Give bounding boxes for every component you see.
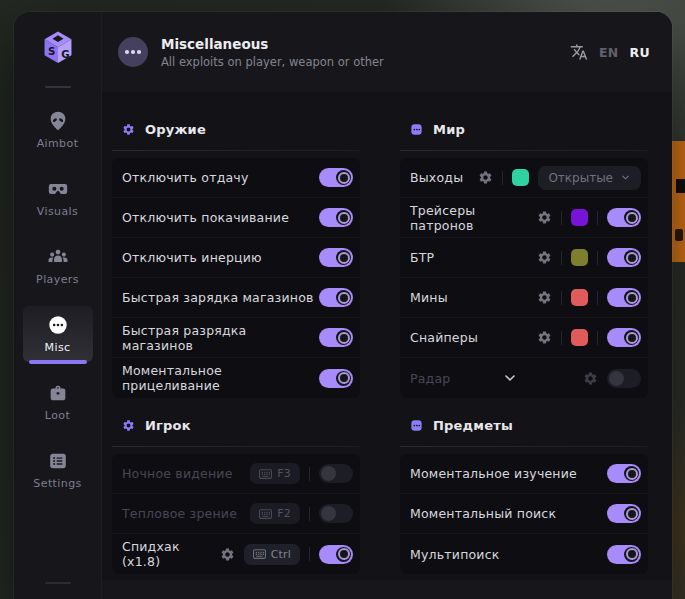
- row-label: Тепловое зрение: [122, 506, 237, 521]
- page-titles: Miscellaneous All exploits on player, we…: [161, 36, 384, 69]
- control-divider: [597, 331, 598, 345]
- gear-icon[interactable]: [583, 371, 598, 386]
- keyboard-icon: [259, 509, 272, 519]
- section-title: Оружие: [145, 122, 206, 137]
- toggle-on[interactable]: [607, 464, 641, 483]
- sidebar-item-label: Players: [36, 273, 79, 286]
- page-subtitle: All exploits on player, weapon or other: [161, 55, 384, 69]
- table-row: Спидхак (x1.8) Ctrl: [112, 534, 360, 574]
- gear-icon[interactable]: [537, 290, 552, 305]
- toggle-on[interactable]: [607, 504, 641, 523]
- row-label: Моментальный поиск: [410, 506, 556, 521]
- row-label: Моментальное изучение: [410, 466, 577, 481]
- translate-icon[interactable]: [570, 43, 588, 61]
- toggle-on[interactable]: [607, 328, 641, 347]
- toggle-on[interactable]: [607, 545, 641, 564]
- toggle-knob: [336, 371, 351, 386]
- exits-dropdown[interactable]: Открытые: [538, 166, 641, 190]
- cheat-menu-window: S G Aimbot Visuals Players Misc: [14, 12, 672, 599]
- logo-letter-s: S: [48, 45, 55, 57]
- settings-list-icon: [47, 450, 69, 472]
- sidebar-item-loot[interactable]: Loot: [23, 374, 93, 430]
- toggle-on[interactable]: [607, 288, 641, 307]
- toggle-on[interactable]: [607, 208, 641, 227]
- hotkey-badge[interactable]: Ctrl: [244, 544, 300, 565]
- sidebar-divider: [45, 86, 71, 88]
- toggle-on[interactable]: [319, 168, 353, 187]
- section-world: Мир Выходы Открытые: [400, 116, 648, 398]
- section-items-header: Предметы: [400, 412, 648, 438]
- background-game-mark: [675, 229, 683, 241]
- color-swatch[interactable]: [512, 169, 529, 186]
- app-logo-cube-icon: S G: [39, 28, 77, 68]
- toggle-knob: [336, 210, 351, 225]
- color-swatch[interactable]: [571, 329, 588, 346]
- sidebar-item-label: Loot: [45, 409, 70, 422]
- sidebar-item-visuals[interactable]: Visuals: [23, 170, 93, 226]
- section-title: Предметы: [433, 418, 513, 433]
- section-divider: [112, 446, 360, 447]
- toggle-on[interactable]: [607, 248, 641, 267]
- control-divider: [561, 211, 562, 225]
- gear-icon[interactable]: [537, 250, 552, 265]
- row-label: Отключить покачивание: [122, 210, 289, 225]
- gear-icon[interactable]: [537, 210, 552, 225]
- content-grid: Оружие Отключить отдачу Отключить покачи…: [102, 92, 672, 574]
- table-row: Трейсеры патронов: [400, 198, 648, 238]
- section-world-rows: Выходы Открытые: [400, 158, 648, 398]
- toggle-on[interactable]: [319, 208, 353, 227]
- section-weapon-rows: Отключить отдачу Отключить покачивание О…: [112, 158, 360, 398]
- page-header: Miscellaneous All exploits on player, we…: [102, 12, 672, 92]
- table-row: Радар: [400, 358, 648, 398]
- row-label: Мультипоиск: [410, 547, 500, 562]
- right-column: Мир Выходы Открытые: [400, 102, 648, 574]
- hotkey-label: Ctrl: [271, 548, 291, 561]
- ellipsis-circle-icon: [47, 314, 69, 336]
- sidebar-item-label: Visuals: [37, 205, 78, 218]
- table-row: Тепловое зрение F2: [112, 494, 360, 534]
- sidebar-bottom-divider: [45, 582, 71, 584]
- table-row: Ночное видение F3: [112, 454, 360, 494]
- lang-en-button[interactable]: EN: [599, 45, 619, 60]
- row-label: Мины: [410, 290, 448, 305]
- sidebar-item-misc[interactable]: Misc: [23, 306, 93, 362]
- page-title: Miscellaneous: [161, 36, 384, 52]
- toggle-on[interactable]: [319, 288, 353, 307]
- toggle-knob: [624, 250, 639, 265]
- hotkey-badge[interactable]: F2: [250, 503, 300, 524]
- sidebar-item-label: Misc: [45, 341, 71, 354]
- gear-icon: [122, 419, 135, 432]
- keyboard-icon: [253, 549, 266, 559]
- toggle-on[interactable]: [319, 328, 353, 347]
- toggle-off[interactable]: [607, 369, 641, 388]
- logo-letter-g: G: [61, 48, 69, 60]
- chevron-down-icon: [620, 172, 631, 183]
- lang-ru-button[interactable]: RU: [630, 45, 650, 60]
- color-swatch[interactable]: [571, 289, 588, 306]
- sidebar-item-settings[interactable]: Settings: [23, 442, 93, 498]
- gear-icon[interactable]: [220, 547, 235, 562]
- toggle-off[interactable]: [319, 464, 353, 483]
- toggle-on[interactable]: [319, 369, 353, 388]
- sidebar-item-label: Settings: [33, 477, 81, 490]
- row-label: Быстрая разрядка магазинов: [122, 323, 319, 353]
- hotkey-label: F3: [277, 467, 291, 480]
- gear-icon[interactable]: [537, 330, 552, 345]
- color-swatch[interactable]: [571, 249, 588, 266]
- table-row: Выходы Открытые: [400, 158, 648, 198]
- row-label: Спидхак (x1.8): [122, 539, 220, 569]
- sidebar-item-aimbot[interactable]: Aimbot: [23, 102, 93, 158]
- chevron-down-icon[interactable]: [502, 370, 518, 386]
- color-swatch[interactable]: [571, 209, 588, 226]
- gear-icon[interactable]: [478, 170, 493, 185]
- table-row: Отключить инерцию: [112, 238, 360, 278]
- dropdown-value: Открытые: [548, 171, 613, 185]
- table-row: Моментальное изучение: [400, 454, 648, 494]
- toggle-off[interactable]: [319, 504, 353, 523]
- sidebar-item-players[interactable]: Players: [23, 238, 93, 294]
- section-player: Игрок Ночное видение F3: [112, 412, 360, 574]
- toggle-on[interactable]: [319, 545, 353, 564]
- hotkey-badge[interactable]: F3: [250, 463, 300, 484]
- toggle-on[interactable]: [319, 248, 353, 267]
- section-divider: [112, 150, 360, 151]
